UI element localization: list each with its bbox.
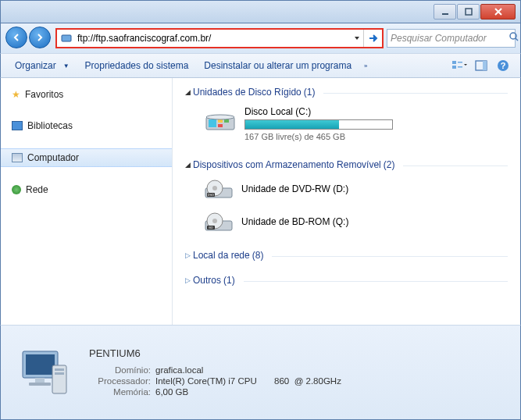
details-pane: PENTIUM6 Domínio: grafica.local Processa… [0, 325, 521, 420]
window-titlebar [0, 0, 521, 23]
domain-value: grafica.local [155, 365, 203, 375]
expand-triangle-icon: ▷ [185, 251, 191, 259]
computer-large-icon [15, 343, 73, 402]
svg-point-3 [510, 33, 516, 39]
system-properties-button[interactable]: Propriedades do sistema [77, 57, 197, 74]
svg-rect-2 [62, 35, 71, 41]
svg-text:?: ? [501, 61, 506, 70]
expand-triangle-icon: ▷ [185, 276, 191, 284]
svg-point-17 [206, 115, 234, 119]
overflow-chevron-icon[interactable]: » [364, 62, 367, 69]
svg-rect-31 [29, 383, 51, 386]
back-button[interactable] [5, 27, 27, 48]
forward-button[interactable] [29, 27, 51, 48]
network-icon [12, 185, 21, 194]
maximize-button[interactable] [457, 4, 480, 20]
svg-rect-7 [458, 66, 462, 68]
section-title: Local da rede [193, 250, 250, 261]
section-removable: ◢ Dispositivos com Armazenamento Removív… [185, 157, 508, 238]
navigation-pane: ★ Favoritos Bibliotecas Computador Rede [1, 78, 173, 325]
favorites-star-icon: ★ [12, 89, 20, 100]
svg-rect-1 [466, 9, 472, 15]
section-count: (1) [223, 275, 235, 286]
sidebar-item-libraries[interactable]: Bibliotecas [1, 117, 172, 134]
uninstall-program-button[interactable]: Desinstalar ou alterar um programa [196, 57, 359, 74]
memory-label: Memória: [89, 387, 155, 397]
computer-name: PENTIUM6 [89, 347, 341, 359]
section-network-location: ▷ Local da rede (8) [185, 247, 508, 263]
section-count: (8) [252, 250, 264, 261]
section-divider [272, 256, 508, 257]
search-input[interactable] [391, 33, 509, 44]
svg-rect-30 [35, 378, 45, 383]
nav-arrow-group [5, 27, 52, 50]
libraries-icon [12, 121, 23, 130]
dvd-drive-icon: DVD [204, 177, 234, 201]
search-icon [509, 31, 519, 45]
svg-rect-15 [218, 124, 223, 127]
content-area: ★ Favoritos Bibliotecas Computador Rede … [0, 78, 521, 325]
processor-value: Intel(R) Core(TM) i7 CPU 860 @ 2.80GHz [155, 376, 341, 386]
memory-value: 6,00 GB [155, 387, 188, 397]
svg-rect-29 [26, 354, 55, 375]
close-button[interactable] [480, 4, 516, 20]
section-hdd: ◢ Unidades de Disco Rígido (1) Disco Loc… [185, 84, 508, 148]
sidebar-item-favorites[interactable]: ★ Favoritos [1, 86, 172, 103]
minimize-button[interactable] [434, 4, 456, 20]
collapse-triangle-icon: ◢ [185, 161, 191, 169]
collapse-triangle-icon: ◢ [185, 88, 191, 96]
device-item-dvd[interactable]: DVD Unidade de DVD-RW (D:) [185, 173, 508, 205]
section-title: Unidades de Disco Rígido [193, 87, 302, 98]
svg-rect-0 [442, 13, 448, 15]
sidebar-item-label: Computador [27, 152, 79, 163]
go-button[interactable] [363, 30, 382, 47]
section-header-netloc[interactable]: ▷ Local da rede (8) [185, 247, 508, 263]
device-item-bd[interactable]: BD Unidade de BD-ROM (Q:) [185, 205, 508, 238]
preview-pane-button[interactable] [472, 56, 491, 75]
hard-disk-icon [204, 106, 237, 133]
section-count: (1) [304, 87, 316, 98]
svg-point-20 [212, 186, 217, 190]
computer-icon [12, 153, 23, 162]
section-header-hdd[interactable]: ◢ Unidades de Disco Rígido (1) [185, 84, 508, 100]
svg-point-25 [212, 219, 217, 223]
section-header-removable[interactable]: ◢ Dispositivos com Armazenamento Removív… [185, 157, 508, 173]
navigation-bar [0, 23, 521, 53]
address-bar [55, 28, 384, 48]
svg-rect-16 [224, 119, 229, 123]
svg-rect-33 [55, 368, 64, 371]
svg-rect-4 [452, 61, 456, 64]
device-name: Unidade de DVD-RW (D:) [241, 183, 348, 194]
search-box [387, 29, 516, 48]
location-icon [60, 32, 73, 44]
details-info: PENTIUM6 Domínio: grafica.local Processa… [89, 347, 341, 398]
svg-text:BD: BD [209, 226, 213, 230]
svg-text:DVD: DVD [208, 193, 215, 197]
address-dropdown[interactable] [351, 35, 363, 41]
help-button[interactable]: ? [494, 56, 512, 75]
svg-rect-5 [452, 66, 456, 69]
sidebar-item-computer[interactable]: Computador [1, 148, 172, 167]
section-divider [403, 166, 508, 166]
section-header-other[interactable]: ▷ Outros (1) [185, 272, 508, 288]
sidebar-item-network[interactable]: Rede [1, 181, 172, 198]
drive-free-text: 167 GB livre(s) de 465 GB [244, 132, 508, 141]
section-divider [323, 93, 508, 94]
section-title: Outros [193, 275, 221, 286]
sidebar-item-label: Bibliotecas [27, 120, 73, 131]
bd-drive-icon: BD [204, 210, 234, 233]
processor-label: Processador: [89, 376, 155, 386]
address-input[interactable] [76, 33, 351, 44]
svg-rect-34 [55, 372, 64, 375]
view-options-button[interactable] [450, 56, 469, 75]
drive-name: Disco Local (C:) [244, 106, 508, 117]
svg-rect-14 [218, 119, 223, 123]
section-divider [244, 281, 508, 282]
svg-rect-6 [458, 62, 462, 63]
drive-item-c[interactable]: Disco Local (C:) 167 GB livre(s) de 465 … [185, 100, 508, 148]
chevron-down-icon: ▼ [63, 62, 70, 69]
organize-button[interactable]: Organizar ▼ [7, 57, 77, 74]
main-content: ◢ Unidades de Disco Rígido (1) Disco Loc… [173, 78, 520, 325]
drive-info: Disco Local (C:) 167 GB livre(s) de 465 … [244, 106, 508, 141]
organize-label: Organizar [15, 60, 56, 71]
